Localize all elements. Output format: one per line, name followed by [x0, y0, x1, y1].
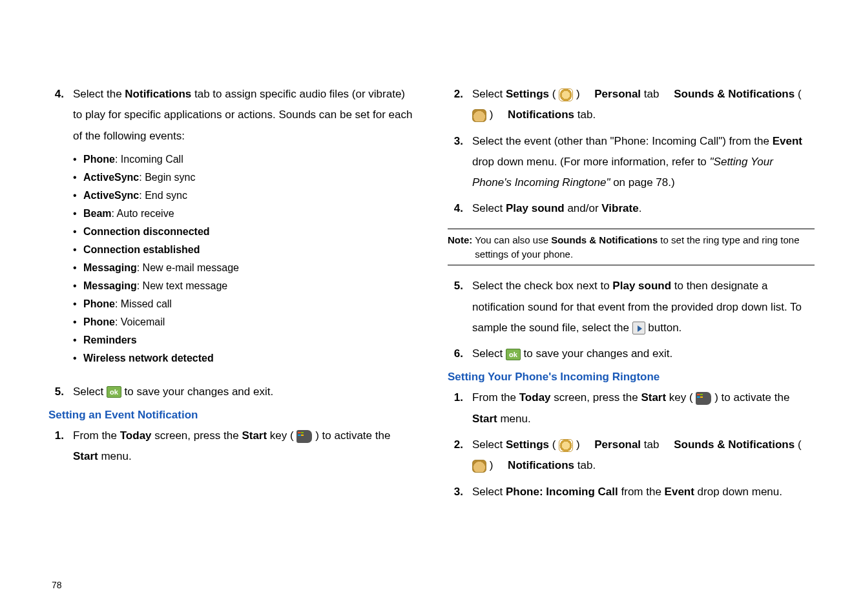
bold-text: Personal: [594, 438, 641, 451]
step-content: From the Today screen, press the Start k…: [472, 387, 815, 429]
right-step-4: 4. Select Play sound and/or Vibrate.: [448, 198, 815, 219]
bold-text: Sounds & Notifications: [674, 438, 795, 451]
bullet-item: •Beam: Auto receive: [73, 205, 415, 223]
heading-incoming-ringtone: Setting Your Phone's Incoming Ringtone: [448, 371, 815, 384]
bold-text: Start: [472, 413, 497, 425]
text: Select: [472, 202, 506, 214]
bullet-bold: ActiveSync: [83, 190, 139, 201]
step-content: Select Settings ( ) Personal tab Sounds …: [472, 84, 815, 126]
bullet-icon: •: [73, 241, 83, 259]
bold-text: Settings: [506, 88, 549, 100]
right-column: 2. Select Settings ( ) Personal tab Soun…: [448, 84, 815, 508]
bullet-bold: ActiveSync: [83, 172, 139, 183]
bold-text: Phone: Incoming Call: [506, 486, 618, 498]
note-body: You can also use Sounds & Notifications …: [475, 233, 815, 262]
text: Select the event (other than "Phone: Inc…: [472, 135, 773, 147]
text: You can also use: [475, 234, 551, 245]
text: tab: [641, 438, 662, 451]
text: Select: [73, 385, 107, 398]
text: From the: [73, 429, 120, 442]
step-number: 3.: [448, 131, 472, 194]
left-step-5: 5. Select ok to save your changes and ex…: [48, 382, 415, 402]
text: drop down menu.: [694, 486, 782, 498]
text: from the: [618, 486, 665, 498]
bullet-item: •Phone: Missed call: [73, 295, 415, 313]
text: ) to activate the: [711, 391, 789, 404]
bullet-text: : New text message: [137, 280, 228, 291]
text: ): [573, 438, 583, 451]
bullet-item: •Connection established: [73, 241, 415, 259]
step-number: 4.: [48, 84, 73, 376]
ok-icon: ok: [107, 386, 121, 398]
settings-icon: [559, 439, 573, 452]
bullet-item: •Connection disconnected: [73, 223, 415, 241]
text: tab: [641, 88, 662, 100]
step-content: Select ok to save your changes and exit.: [73, 382, 415, 402]
text: From the: [472, 391, 519, 404]
bullet-icon: •: [73, 205, 83, 223]
bullet-bold: Connection established: [83, 244, 200, 255]
text: Select: [472, 486, 506, 498]
bullet-bold: Beam: [83, 208, 112, 219]
bullet-icon: •: [73, 150, 83, 169]
bullet-text: : Voicemail: [115, 316, 165, 327]
bold-text: Event: [665, 486, 694, 498]
step-content: From the Today screen, press the Start k…: [73, 426, 415, 467]
bold-text: Vibrate: [601, 202, 638, 214]
bold-text: Sounds & Notifications: [674, 88, 795, 100]
text: .: [639, 202, 642, 214]
text: (: [795, 438, 801, 451]
step-number: 2.: [448, 435, 472, 477]
bold-text: Start: [242, 429, 267, 442]
text: Select the check box next to: [472, 280, 612, 292]
bold-text: Today: [519, 391, 551, 404]
start-key-icon: [296, 430, 312, 443]
text: key (: [267, 429, 296, 442]
text: drop down menu. (For more information, r…: [472, 156, 710, 168]
heading-event-notification: Setting an Event Notification: [48, 409, 415, 422]
bullet-icon: •: [73, 259, 83, 277]
text: screen, press the: [551, 391, 641, 404]
right-sub-step-2: 2. Select Settings ( ) Personal tab Soun…: [448, 435, 815, 477]
bold-text: Play sound: [612, 280, 671, 292]
bullet-bold: Phone: [83, 154, 115, 165]
page-number: 78: [52, 580, 62, 590]
right-step-3: 3. Select the event (other than "Phone: …: [448, 131, 815, 194]
left-column: 4. Select the Notifications tab to assig…: [48, 84, 415, 508]
step-number: 4.: [448, 198, 472, 219]
bullet-text: : New e-mail message: [137, 262, 239, 273]
bullet-text: : Begin sync: [139, 172, 195, 183]
bullet-item: •Phone: Voicemail: [73, 313, 415, 331]
bullet-icon: •: [73, 187, 83, 205]
left-sub-step-1: 1. From the Today screen, press the Star…: [48, 426, 415, 467]
step-content: Select Phone: Incoming Call from the Eve…: [472, 482, 815, 502]
text: menu.: [497, 413, 531, 425]
text: tab.: [574, 108, 596, 121]
bullet-item: •Reminders: [73, 331, 415, 349]
step-content: Select the event (other than "Phone: Inc…: [472, 131, 815, 194]
bold-text: Notifications: [508, 108, 574, 121]
step-number: 2.: [448, 84, 472, 126]
note-block: Note: You can also use Sounds & Notifica…: [448, 229, 815, 266]
bold-text: Notifications: [508, 459, 574, 471]
text: Select the: [73, 88, 125, 100]
text: and/or: [565, 202, 602, 214]
bullet-item: •Messaging: New e-mail message: [73, 259, 415, 277]
right-sub-step-3: 3. Select Phone: Incoming Call from the …: [448, 482, 815, 502]
bullet-icon: •: [73, 223, 83, 241]
text: menu.: [98, 450, 132, 462]
bullet-icon: •: [73, 349, 83, 367]
step-content: Select Settings ( ) Personal tab Sounds …: [472, 435, 815, 477]
bullet-list: •Phone: Incoming Call •ActiveSync: Begin…: [73, 150, 415, 367]
bullet-text: : Auto receive: [112, 208, 174, 219]
bullet-bold: Wireless network detected: [83, 353, 214, 364]
bullet-icon: •: [73, 313, 83, 331]
step-number: 6.: [448, 344, 472, 364]
bullet-item: •Messaging: New text message: [73, 277, 415, 295]
sounds-icon: [472, 109, 486, 122]
text: (: [549, 438, 559, 451]
step-content: Select ok to save your changes and exit.: [472, 344, 815, 364]
text: to save your changes and exit.: [125, 385, 274, 398]
start-key-icon: [696, 392, 711, 405]
bullet-item: •Phone: Incoming Call: [73, 150, 415, 169]
